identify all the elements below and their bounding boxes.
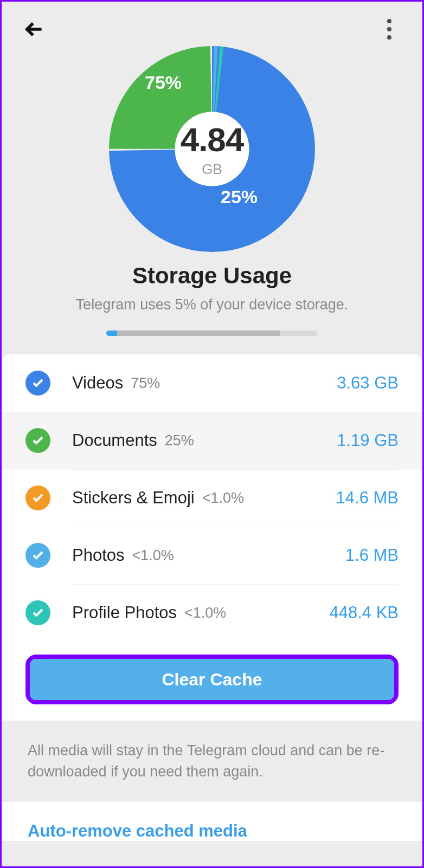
category-label: Stickers & Emoji (72, 488, 195, 508)
category-percent: <1.0% (132, 547, 174, 564)
category-size: 3.63 GB (337, 373, 399, 393)
category-row[interactable]: Documents25%1.19 GB (2, 412, 422, 469)
auto-remove-title[interactable]: Auto-remove cached media (28, 821, 396, 841)
more-menu-button[interactable] (378, 18, 401, 41)
category-row[interactable]: Stickers & Emoji<1.0%14.6 MB (2, 469, 422, 527)
clear-cache-button[interactable]: Clear Cache (30, 659, 394, 700)
category-checkbox[interactable] (25, 600, 50, 625)
storage-donut-chart: 4.84 GB 75% 25% (109, 46, 315, 252)
total-size-unit: GB (181, 161, 244, 178)
category-size: 448.4 KB (329, 603, 399, 623)
clear-cache-highlight: Clear Cache (25, 655, 399, 704)
category-row[interactable]: Photos<1.0%1.6 MB (2, 527, 422, 584)
category-checkbox[interactable] (25, 371, 50, 396)
categories-card: Videos75%3.63 GBDocuments25%1.19 GBStick… (2, 354, 422, 721)
total-size-value: 4.84 (181, 120, 244, 159)
page-title: Storage Usage (23, 263, 401, 289)
auto-remove-section: Auto-remove cached media (2, 802, 422, 841)
donut-label-major: 75% (145, 72, 182, 93)
check-icon (31, 491, 44, 504)
category-checkbox[interactable] (25, 543, 50, 568)
category-size: 1.19 GB (337, 431, 399, 450)
category-percent: 75% (131, 375, 160, 392)
dot-icon (387, 27, 391, 31)
back-button[interactable] (23, 18, 46, 41)
category-row[interactable]: Videos75%3.63 GB (2, 354, 422, 412)
footer-note: All media will stay in the Telegram clou… (2, 721, 422, 802)
category-size: 14.6 MB (336, 488, 399, 508)
category-label: Videos (72, 373, 123, 393)
category-percent: <1.0% (184, 605, 226, 621)
dot-icon (387, 19, 391, 23)
page-subtitle: Telegram uses 5% of your device storage. (23, 296, 401, 313)
category-label: Documents (72, 431, 157, 450)
category-row[interactable]: Profile Photos<1.0%448.4 KB (2, 584, 422, 642)
check-icon (31, 434, 44, 447)
category-checkbox[interactable] (25, 485, 50, 510)
category-percent: <1.0% (202, 490, 244, 507)
arrow-left-icon (24, 19, 45, 40)
category-size: 1.6 MB (345, 546, 399, 565)
category-label: Photos (72, 546, 125, 565)
device-storage-bar (106, 331, 318, 336)
category-label: Profile Photos (72, 603, 177, 623)
check-icon (31, 377, 44, 390)
check-icon (31, 606, 44, 619)
check-icon (31, 549, 44, 562)
dot-icon (387, 35, 391, 40)
donut-label-minor: 25% (221, 186, 258, 208)
category-percent: 25% (165, 432, 194, 449)
category-checkbox[interactable] (25, 428, 50, 453)
